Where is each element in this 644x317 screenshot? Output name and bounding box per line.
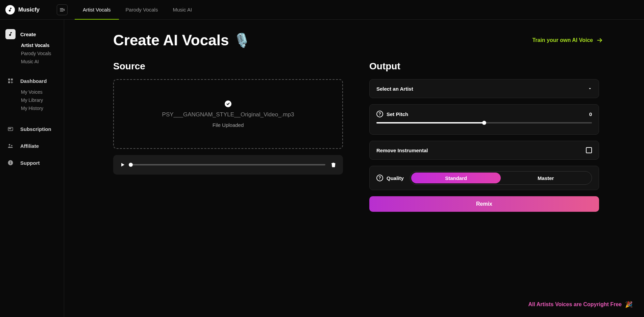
delete-audio-button[interactable]: [331, 162, 336, 168]
play-icon: [120, 162, 125, 167]
sidebar-item-label: Affiliate: [20, 143, 39, 149]
audio-progress-slider[interactable]: [131, 164, 325, 165]
svg-rect-7: [9, 129, 11, 129]
remove-instrumental-checkbox[interactable]: [586, 147, 592, 153]
tab-label: Music AI: [173, 7, 192, 13]
subscription-icon: [5, 124, 16, 134]
slider-fill: [376, 122, 484, 123]
trash-icon: [331, 162, 336, 168]
play-button[interactable]: [120, 162, 125, 167]
pitch-value: 0: [589, 111, 592, 117]
svg-rect-5: [8, 82, 10, 83]
svg-rect-4: [11, 78, 13, 80]
train-voice-link[interactable]: Train your own AI Voice: [532, 37, 603, 44]
svg-point-8: [9, 144, 10, 146]
artist-select[interactable]: Select an Artist: [369, 79, 599, 98]
sidebar-head-label: Create: [20, 31, 36, 37]
party-popper-icon: 🎉: [625, 301, 633, 308]
svg-rect-11: [10, 162, 11, 164]
brand: Musicfy: [0, 5, 64, 15]
sidebar-item-support[interactable]: Support: [0, 154, 64, 171]
source-heading: Source: [113, 61, 343, 72]
arrow-right-icon: [596, 37, 603, 44]
remix-button[interactable]: Remix: [369, 196, 599, 212]
sidebar-section-create: Create Artist Vocals Parody Vocals Music…: [0, 27, 64, 66]
sidebar-item-my-voices[interactable]: My Voices: [0, 88, 64, 96]
microphone-icon: 🎙️: [233, 32, 250, 48]
upload-dropzone[interactable]: PSY___GANGNAM_STYLE__Original_Video_.mp3…: [113, 79, 343, 149]
svg-marker-15: [589, 88, 591, 90]
sidebar-item-my-library[interactable]: My Library: [0, 96, 64, 104]
remove-instrumental-panel: Remove Instrumental: [369, 141, 599, 160]
output-heading: Output: [369, 61, 599, 72]
title-row: Create AI Vocals 🎙️ Train your own AI Vo…: [113, 32, 603, 49]
sidebar-item-label: Support: [20, 160, 40, 166]
source-column: Source PSY___GANGNAM_STYLE__Original_Vid…: [113, 61, 343, 212]
sidebar-item-music-ai[interactable]: Music AI: [0, 58, 64, 66]
music-note-icon: [5, 29, 16, 39]
affiliate-icon: [5, 141, 16, 151]
check-circle-icon: [225, 100, 231, 107]
topnav: Artist Vocals Parody Vocals Music AI: [68, 0, 192, 19]
dashboard-icon: [5, 76, 16, 86]
svg-marker-14: [121, 163, 124, 167]
collapse-sidebar-button[interactable]: [57, 4, 68, 15]
pitch-panel: ? Set Pitch 0: [369, 104, 599, 135]
sidebar-item-affiliate[interactable]: Affiliate: [0, 137, 64, 154]
svg-rect-12: [10, 161, 11, 162]
main: Create AI Vocals 🎙️ Train your own AI Vo…: [64, 20, 644, 317]
caret-down-icon: [588, 87, 592, 91]
tab-parody-vocals[interactable]: Parody Vocals: [126, 0, 158, 19]
pitch-slider[interactable]: [376, 122, 592, 123]
sidebar-head-create[interactable]: Create: [0, 27, 64, 41]
upload-status: File Uploaded: [213, 122, 244, 128]
sidebar-item-artist-vocals[interactable]: Artist Vocals: [0, 41, 64, 49]
sidebar-head-dashboard[interactable]: Dashboard: [0, 74, 64, 88]
slider-thumb: [482, 121, 486, 125]
pitch-label: Set Pitch: [387, 111, 408, 117]
quality-label: Quality: [387, 175, 404, 181]
quality-toggle: Standard Master: [410, 171, 592, 185]
brand-name: Musicfy: [18, 6, 40, 13]
tab-music-ai[interactable]: Music AI: [173, 0, 192, 19]
sidebar-section-dashboard: Dashboard My Voices My Library My Histor…: [0, 74, 64, 112]
quality-panel: ? Quality Standard Master: [369, 166, 599, 190]
artist-select-label: Select an Artist: [376, 86, 413, 92]
copyright-note: All Artists Voices are Copyright Free 🎉: [528, 301, 633, 308]
sidebar-item-my-history[interactable]: My History: [0, 104, 64, 112]
tab-artist-vocals[interactable]: Artist Vocals: [83, 0, 111, 19]
info-icon: [5, 158, 16, 168]
uploaded-file-name: PSY___GANGNAM_STYLE__Original_Video_.mp3: [162, 111, 294, 118]
pitch-help-icon[interactable]: ?: [376, 111, 383, 117]
quality-help-icon[interactable]: ?: [376, 175, 383, 181]
output-column: Output Select an Artist ? Set Pitch 0: [369, 61, 599, 212]
svg-rect-3: [8, 78, 10, 80]
audio-player: [113, 155, 343, 175]
quality-option-master[interactable]: Master: [501, 173, 591, 183]
topbar: Musicfy Artist Vocals Parody Vocals Musi…: [0, 0, 644, 20]
tab-label: Parody Vocals: [126, 7, 158, 13]
sidebar: Create Artist Vocals Parody Vocals Music…: [0, 20, 64, 317]
tab-label: Artist Vocals: [83, 7, 111, 13]
page-title: Create AI Vocals 🎙️: [113, 32, 250, 49]
sidebar-head-label: Dashboard: [20, 78, 47, 84]
svg-point-9: [11, 145, 13, 146]
sidebar-item-parody-vocals[interactable]: Parody Vocals: [0, 49, 64, 58]
sidebar-item-subscription[interactable]: Subscription: [0, 120, 64, 137]
remove-instrumental-label: Remove Instrumental: [376, 148, 428, 153]
train-voice-label: Train your own AI Voice: [532, 37, 593, 43]
brand-logo-icon: [5, 5, 15, 15]
progress-thumb: [129, 163, 133, 167]
quality-option-standard[interactable]: Standard: [411, 173, 501, 183]
menu-collapse-icon: [59, 7, 65, 13]
sidebar-item-label: Subscription: [20, 126, 51, 132]
